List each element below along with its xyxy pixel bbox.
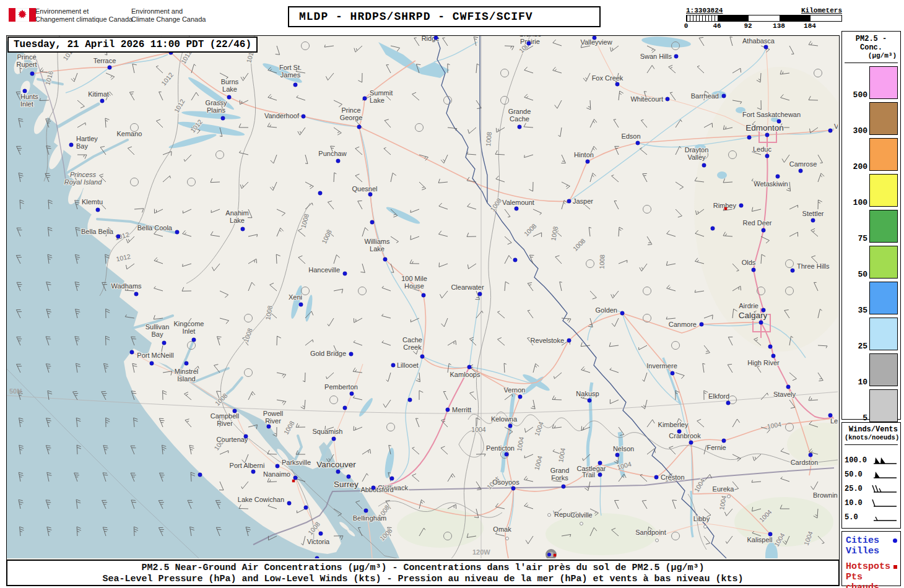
pressure-label: 1008	[484, 131, 493, 146]
city-dot	[162, 341, 166, 345]
city-dot	[96, 208, 100, 212]
city-dot	[811, 218, 815, 222]
town-marker	[656, 539, 659, 542]
city-label: Parksville	[282, 459, 311, 466]
city-dot	[276, 464, 279, 468]
city-label: Valemount	[502, 199, 534, 206]
city-dot	[304, 506, 308, 509]
pm25-level-row: 100	[845, 174, 898, 207]
city-dot	[791, 269, 794, 272]
city-dot	[567, 199, 571, 203]
pm25-level-value: 25	[858, 342, 867, 351]
us-forest-tint	[397, 508, 484, 548]
city-label: Fox Creek	[592, 74, 624, 82]
city-dot	[752, 268, 755, 272]
city-dot	[134, 292, 138, 296]
pm25-level-row: 500	[845, 66, 898, 99]
city-dot	[332, 437, 336, 441]
city-label: MinstrelIsland	[175, 368, 199, 383]
city-dot	[30, 72, 34, 76]
city-label: BurnsLake	[221, 78, 239, 93]
pm25-level-row: 25	[845, 318, 898, 350]
city-label: Vanderhoof	[264, 112, 300, 119]
city-label: Abbotsford	[360, 486, 393, 493]
city-dot	[364, 509, 368, 512]
pm25-level-value: 500	[853, 90, 867, 100]
city-label: Kimberley	[658, 421, 689, 428]
city-dot	[567, 339, 571, 342]
town-label: Omak	[493, 525, 511, 533]
city-label: Kamloops	[450, 371, 480, 378]
wind-speed-row: 50.0	[845, 468, 898, 482]
city-dot	[828, 413, 832, 417]
city-dot	[350, 392, 354, 396]
city-label: TumblerRidge	[418, 36, 443, 42]
city-dot	[768, 345, 772, 348]
pm25-color-swatch	[869, 138, 898, 171]
wind-speed-row: 25.0	[845, 482, 898, 496]
city-dot	[150, 361, 154, 365]
wind-speed-value: 100.0	[845, 456, 867, 465]
city-label: Lethbridge	[830, 417, 838, 425]
city-label: Vegreville	[834, 123, 838, 130]
city-dot	[299, 303, 303, 306]
markers-legend: Cities Villes Hotspots Pts chauds	[841, 531, 901, 586]
scale-tick: 184	[804, 22, 816, 30]
city-label: Lake Cowichan	[238, 496, 284, 503]
scale-unit: Kilometers	[801, 7, 842, 14]
city-dot	[383, 257, 387, 261]
city-dot	[434, 36, 438, 40]
pm25-legend: PM2.5 - Conc. (µg/m³) 500300200100755035…	[841, 31, 901, 420]
city-dot	[244, 435, 248, 438]
city-label: Stavely	[773, 391, 796, 398]
city-dot	[336, 159, 340, 163]
city-dot	[739, 204, 743, 207]
city-dot-icon	[893, 538, 897, 543]
city-dot	[711, 227, 715, 230]
town-marker	[580, 522, 583, 525]
city-dot	[349, 352, 353, 356]
pm25-level-row: 35	[845, 282, 898, 314]
city-dot	[505, 452, 508, 456]
city-label: GrandForks	[550, 467, 570, 482]
city-dot	[372, 486, 375, 490]
city-label: Vancouver	[316, 460, 356, 469]
city-label: Kitimat	[88, 90, 109, 98]
city-label: Vernon	[504, 386, 526, 394]
city-label: Creston	[661, 473, 685, 481]
city-dot	[478, 292, 482, 296]
city-dot	[722, 439, 726, 443]
city-dot	[598, 461, 602, 465]
city-dot	[391, 363, 395, 367]
city-label: Nakusp	[576, 390, 599, 397]
winds-legend-title: Winds/Vents	[845, 425, 898, 434]
hotspots-label-fr: Pts chauds	[846, 572, 897, 588]
city-label: CacheCreek	[402, 336, 422, 351]
city-dot	[762, 308, 765, 312]
wind-speed-value: 25.0	[845, 485, 863, 493]
city-label: Wadhams	[111, 282, 142, 290]
city-dot	[233, 409, 237, 413]
city-label: Penticton	[486, 444, 515, 452]
wind-speed-value: 50.0	[845, 470, 863, 479]
city-label: Canmore	[669, 321, 697, 328]
city-dot	[267, 425, 271, 428]
pm25-color-swatch	[869, 246, 898, 279]
city-dot	[343, 406, 347, 410]
city-label: Cranbrook	[669, 432, 701, 439]
city-label: High River	[747, 359, 780, 366]
wind-speed-value: 5.0	[845, 513, 858, 522]
wind-barb-icon	[872, 484, 898, 494]
city-label: 100 MileHouse	[401, 275, 427, 290]
city-label: Invermere	[646, 362, 677, 370]
city-dot	[586, 160, 589, 163]
city-label: Punchaw	[318, 150, 346, 157]
city-dot	[511, 486, 515, 490]
city-label: Nanaimo	[263, 470, 290, 478]
city-dot	[116, 235, 120, 238]
city-label: Valleyview	[580, 38, 612, 46]
city-dot	[722, 94, 726, 98]
pm25-level-value: 300	[853, 126, 867, 136]
city-label: Golden	[596, 306, 617, 314]
pm25-level-value: 200	[853, 162, 867, 171]
